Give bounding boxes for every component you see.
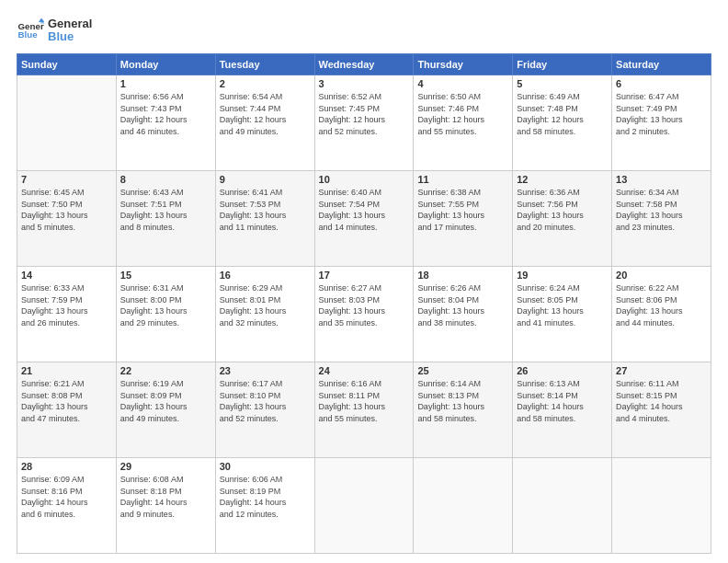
weekday-header: Tuesday <box>215 54 314 75</box>
calendar-cell <box>17 75 117 171</box>
svg-text:Blue: Blue <box>18 29 39 40</box>
calendar-header-row: SundayMondayTuesdayWednesdayThursdayFrid… <box>17 54 711 75</box>
day-number: 14 <box>21 270 112 281</box>
day-info: Sunrise: 6:14 AM Sunset: 8:13 PM Dayligh… <box>417 378 508 424</box>
calendar-cell: 19Sunrise: 6:24 AM Sunset: 8:05 PM Dayli… <box>513 267 612 362</box>
calendar-cell: 25Sunrise: 6:14 AM Sunset: 8:13 PM Dayli… <box>414 362 513 458</box>
day-info: Sunrise: 6:47 AM Sunset: 7:49 PM Dayligh… <box>616 91 707 137</box>
day-number: 29 <box>120 461 211 472</box>
calendar-table: SundayMondayTuesdayWednesdayThursdayFrid… <box>17 53 711 554</box>
calendar-cell: 22Sunrise: 6:19 AM Sunset: 8:09 PM Dayli… <box>116 362 215 458</box>
calendar-cell: 15Sunrise: 6:31 AM Sunset: 8:00 PM Dayli… <box>116 267 215 362</box>
calendar-week-row: 21Sunrise: 6:21 AM Sunset: 8:08 PM Dayli… <box>17 362 711 458</box>
calendar-cell: 16Sunrise: 6:29 AM Sunset: 8:01 PM Dayli… <box>215 267 314 362</box>
calendar-cell: 8Sunrise: 6:43 AM Sunset: 7:51 PM Daylig… <box>116 171 215 267</box>
day-number: 21 <box>21 365 112 376</box>
day-number: 11 <box>417 174 508 185</box>
calendar-cell <box>414 458 513 554</box>
day-number: 19 <box>517 270 608 281</box>
logo: General Blue General Blue <box>17 17 92 44</box>
logo-blue: Blue <box>48 30 92 43</box>
calendar-cell: 23Sunrise: 6:17 AM Sunset: 8:10 PM Dayli… <box>215 362 314 458</box>
calendar-cell: 18Sunrise: 6:26 AM Sunset: 8:04 PM Dayli… <box>414 267 513 362</box>
day-info: Sunrise: 6:17 AM Sunset: 8:10 PM Dayligh… <box>220 378 311 424</box>
day-info: Sunrise: 6:21 AM Sunset: 8:08 PM Dayligh… <box>21 378 112 424</box>
day-number: 5 <box>517 78 608 89</box>
weekday-header: Wednesday <box>314 54 414 75</box>
day-number: 25 <box>417 365 508 376</box>
day-number: 17 <box>319 270 410 281</box>
day-number: 8 <box>120 174 211 185</box>
calendar-cell: 6Sunrise: 6:47 AM Sunset: 7:49 PM Daylig… <box>612 75 711 171</box>
calendar-cell: 26Sunrise: 6:13 AM Sunset: 8:14 PM Dayli… <box>513 362 612 458</box>
day-info: Sunrise: 6:56 AM Sunset: 7:43 PM Dayligh… <box>120 91 211 137</box>
day-info: Sunrise: 6:38 AM Sunset: 7:55 PM Dayligh… <box>417 187 508 233</box>
calendar-cell: 14Sunrise: 6:33 AM Sunset: 7:59 PM Dayli… <box>17 267 117 362</box>
day-info: Sunrise: 6:27 AM Sunset: 8:03 PM Dayligh… <box>319 282 410 328</box>
day-number: 1 <box>120 78 211 89</box>
day-number: 2 <box>220 78 311 89</box>
calendar-cell: 17Sunrise: 6:27 AM Sunset: 8:03 PM Dayli… <box>314 267 414 362</box>
calendar-cell: 13Sunrise: 6:34 AM Sunset: 7:58 PM Dayli… <box>612 171 711 267</box>
day-info: Sunrise: 6:16 AM Sunset: 8:11 PM Dayligh… <box>319 378 410 424</box>
calendar-cell: 7Sunrise: 6:45 AM Sunset: 7:50 PM Daylig… <box>17 171 117 267</box>
day-info: Sunrise: 6:13 AM Sunset: 8:14 PM Dayligh… <box>517 378 608 424</box>
calendar-cell: 27Sunrise: 6:11 AM Sunset: 8:15 PM Dayli… <box>612 362 711 458</box>
day-info: Sunrise: 6:54 AM Sunset: 7:44 PM Dayligh… <box>220 91 311 137</box>
day-info: Sunrise: 6:43 AM Sunset: 7:51 PM Dayligh… <box>120 187 211 233</box>
day-number: 3 <box>319 78 410 89</box>
calendar-cell: 10Sunrise: 6:40 AM Sunset: 7:54 PM Dayli… <box>314 171 414 267</box>
day-number: 6 <box>616 78 707 89</box>
logo-general: General <box>48 17 92 30</box>
day-info: Sunrise: 6:09 AM Sunset: 8:16 PM Dayligh… <box>21 474 112 520</box>
day-info: Sunrise: 6:36 AM Sunset: 7:56 PM Dayligh… <box>517 187 608 233</box>
day-number: 26 <box>517 365 608 376</box>
logo-icon: General Blue <box>17 17 44 44</box>
calendar-cell: 4Sunrise: 6:50 AM Sunset: 7:46 PM Daylig… <box>414 75 513 171</box>
day-info: Sunrise: 6:33 AM Sunset: 7:59 PM Dayligh… <box>21 282 112 328</box>
day-number: 22 <box>120 365 211 376</box>
calendar-week-row: 28Sunrise: 6:09 AM Sunset: 8:16 PM Dayli… <box>17 458 711 554</box>
day-info: Sunrise: 6:06 AM Sunset: 8:19 PM Dayligh… <box>220 474 311 520</box>
calendar-week-row: 1Sunrise: 6:56 AM Sunset: 7:43 PM Daylig… <box>17 75 711 171</box>
page: General Blue General Blue SundayMondayTu… <box>0 0 728 563</box>
day-number: 20 <box>616 270 707 281</box>
day-info: Sunrise: 6:22 AM Sunset: 8:06 PM Dayligh… <box>616 282 707 328</box>
day-info: Sunrise: 6:11 AM Sunset: 8:15 PM Dayligh… <box>616 378 707 424</box>
calendar-cell: 20Sunrise: 6:22 AM Sunset: 8:06 PM Dayli… <box>612 267 711 362</box>
day-number: 4 <box>417 78 508 89</box>
day-info: Sunrise: 6:41 AM Sunset: 7:53 PM Dayligh… <box>220 187 311 233</box>
calendar-cell: 12Sunrise: 6:36 AM Sunset: 7:56 PM Dayli… <box>513 171 612 267</box>
weekday-header: Monday <box>116 54 215 75</box>
day-info: Sunrise: 6:49 AM Sunset: 7:48 PM Dayligh… <box>517 91 608 137</box>
calendar-cell: 3Sunrise: 6:52 AM Sunset: 7:45 PM Daylig… <box>314 75 414 171</box>
day-number: 10 <box>319 174 410 185</box>
day-number: 27 <box>616 365 707 376</box>
day-info: Sunrise: 6:40 AM Sunset: 7:54 PM Dayligh… <box>319 187 410 233</box>
weekday-header: Saturday <box>612 54 711 75</box>
day-info: Sunrise: 6:24 AM Sunset: 8:05 PM Dayligh… <box>517 282 608 328</box>
calendar-cell: 28Sunrise: 6:09 AM Sunset: 8:16 PM Dayli… <box>17 458 117 554</box>
calendar-cell: 1Sunrise: 6:56 AM Sunset: 7:43 PM Daylig… <box>116 75 215 171</box>
day-number: 30 <box>220 461 311 472</box>
weekday-header: Sunday <box>17 54 117 75</box>
calendar-week-row: 7Sunrise: 6:45 AM Sunset: 7:50 PM Daylig… <box>17 171 711 267</box>
day-info: Sunrise: 6:08 AM Sunset: 8:18 PM Dayligh… <box>120 474 211 520</box>
day-info: Sunrise: 6:34 AM Sunset: 7:58 PM Dayligh… <box>616 187 707 233</box>
day-number: 28 <box>21 461 112 472</box>
calendar-cell <box>612 458 711 554</box>
day-number: 9 <box>220 174 311 185</box>
day-number: 13 <box>616 174 707 185</box>
day-number: 16 <box>220 270 311 281</box>
day-info: Sunrise: 6:19 AM Sunset: 8:09 PM Dayligh… <box>120 378 211 424</box>
header: General Blue General Blue <box>17 17 711 44</box>
calendar-cell: 9Sunrise: 6:41 AM Sunset: 7:53 PM Daylig… <box>215 171 314 267</box>
weekday-header: Thursday <box>414 54 513 75</box>
calendar-cell: 2Sunrise: 6:54 AM Sunset: 7:44 PM Daylig… <box>215 75 314 171</box>
calendar-cell: 21Sunrise: 6:21 AM Sunset: 8:08 PM Dayli… <box>17 362 117 458</box>
day-number: 12 <box>517 174 608 185</box>
day-info: Sunrise: 6:52 AM Sunset: 7:45 PM Dayligh… <box>319 91 410 137</box>
day-info: Sunrise: 6:29 AM Sunset: 8:01 PM Dayligh… <box>220 282 311 328</box>
day-info: Sunrise: 6:31 AM Sunset: 8:00 PM Dayligh… <box>120 282 211 328</box>
calendar-cell: 29Sunrise: 6:08 AM Sunset: 8:18 PM Dayli… <box>116 458 215 554</box>
